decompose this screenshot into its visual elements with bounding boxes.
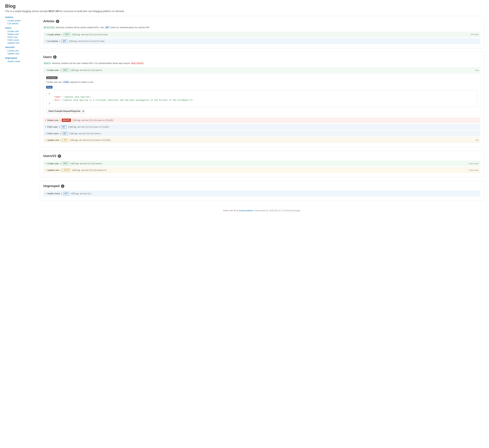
method-create-user-v2: POST — [62, 162, 69, 165]
sidebar-item-health-check[interactable]: Health check — [5, 60, 36, 63]
url-fetch-user: {{blog-server}}/v1/users/{{id}} — [68, 126, 479, 128]
section-users-v2-header: Users/V2 2 — [43, 154, 480, 158]
endpoint-health-check[interactable]: + Health check | GET {{blog-server}}/ — [43, 191, 480, 197]
url-update-user-v2: {{blog-server}}/v2/users/1 — [72, 169, 468, 171]
section-ungrouped-title: Ungrouped — [43, 184, 60, 188]
users-code: Users — [43, 62, 51, 65]
toggle-create-article: + — [45, 33, 46, 36]
name-delete-user: Delete user — [47, 119, 58, 121]
method-update-user: PUT — [63, 138, 68, 142]
footer-by: by — [236, 209, 239, 212]
name-create-user-v2: Create user — [47, 162, 59, 165]
subtitle-suffix: for consumer to build their own blogging… — [59, 10, 124, 13]
toggle-create-user-v2: + — [45, 162, 46, 165]
description-text: Create user use JSON payload to create a… — [46, 80, 477, 84]
label-create-user-v2: urlencoded — [469, 162, 479, 165]
name-create-user: Create user — [47, 69, 59, 72]
endpoint-fetch-users[interactable]: + Fetch users | GET {{blog-server}}/v1/u… — [43, 130, 480, 136]
name-update-user-v2: Update user — [47, 169, 59, 171]
endpoint-update-user[interactable]: + Update user | PUT {{blog-server}}/v1/u… — [43, 137, 480, 143]
footer-author[interactable]: thedevsaddam — [239, 209, 253, 212]
footer-tool: docgen — [293, 209, 301, 212]
toggle-create-user: – — [45, 69, 46, 72]
method-delete-user: DELETE — [62, 119, 71, 122]
method-list-articles: GET — [61, 40, 67, 43]
toggle-fetch-user: + — [45, 126, 46, 128]
body-code-block: { "name": "Captain Jack Sparrow", "bio":… — [46, 90, 477, 107]
method-update-user-v2: PATCH — [63, 168, 70, 172]
label-update-user: raw — [475, 139, 479, 141]
url-create-article: {{blog-server}}/v1/articles — [72, 33, 471, 36]
main-layout: Articles Create article List articles Us… — [5, 16, 484, 214]
url-create-user-v2: {{blog-server}}/v2/users — [70, 162, 469, 165]
main-content: Articles 2 Articles directory contains a… — [40, 16, 484, 214]
sidebar-item-list-articles[interactable]: List articles — [5, 22, 36, 25]
section-users-header: Users 5 — [43, 55, 480, 59]
footer-separator: | Generated at: 2020-05-14 17:00:54 by — [254, 209, 293, 212]
section-users-v2-badge: 2 — [58, 154, 61, 158]
section-users-desc: Users directory contains all the user re… — [43, 62, 480, 65]
method-fetch-users: GET — [62, 132, 68, 135]
url-update-user: {{blog-server}}/v1/users/{{id}} — [70, 139, 475, 141]
endpoint-update-user-v2[interactable]: + Update user | PATCH {{blog-server}}/v2… — [43, 167, 480, 173]
url-health-check: {{blog-server}}/ — [70, 192, 479, 195]
name-fetch-user: Fetch user — [47, 126, 57, 128]
label-update-user-v2: urlencoded — [469, 169, 479, 171]
name-list-articles: List articles — [47, 40, 58, 42]
endpoint-create-user-v2[interactable]: + Create user | POST {{blog-server}}/v2/… — [43, 160, 480, 167]
subtitle-bold: REST API — [49, 10, 59, 13]
section-users-v2-title: Users/V2 — [43, 154, 56, 158]
section-users-title: Users — [43, 55, 52, 59]
endpoint-list-articles[interactable]: + List articles | GET {{blog-server}}/v1… — [43, 38, 480, 44]
section-ungrouped-header: Ungrouped 1 — [43, 184, 480, 188]
sidebar-group-users-v2: Users/V2 — [5, 46, 36, 48]
sidebar-group-users: Users — [5, 27, 36, 29]
name-health-check: Health check — [47, 192, 60, 195]
sidebar-item-update-user-v2[interactable]: Update user — [5, 52, 36, 55]
toggle-fetch-users: + — [45, 132, 46, 135]
toggle-list-articles: + — [45, 40, 46, 42]
url-fetch-users: {{blog-server}}/v1/users — [69, 132, 479, 135]
sidebar-item-update-user[interactable]: Update user — [5, 41, 36, 44]
method-health-check: GET — [63, 192, 69, 195]
url-create-user: {{blog-server}}/v1/users — [70, 69, 475, 72]
toggle-update-user: + — [45, 139, 46, 141]
name-fetch-users: Fetch users — [47, 132, 59, 135]
expanded-create-user: Description Create user use JSON payload… — [43, 74, 480, 116]
method-create-user: POST — [62, 69, 69, 72]
sidebar-item-create-user-v2[interactable]: Create user — [5, 49, 36, 52]
section-articles-badge: 2 — [56, 20, 59, 23]
sidebar-item-delete-user[interactable]: Delete user — [5, 33, 36, 36]
endpoint-create-article[interactable]: + Create article | POST {{blog-server}}/… — [43, 32, 480, 38]
page-subtitle: This is a simple blogging service provid… — [5, 10, 484, 13]
section-ungrouped: Ungrouped 1 + Health check | GET {{blog-… — [40, 181, 484, 201]
section-ungrouped-badge: 1 — [61, 184, 64, 188]
endpoint-create-user[interactable]: – Create user | POST {{blog-server}}/v1/… — [43, 67, 480, 73]
toggle-update-user-v2: + — [45, 169, 46, 171]
section-users-v2: Users/V2 2 + Create user | POST {{blog-s… — [40, 151, 484, 177]
json-code: JSON — [63, 80, 69, 83]
footer-heart: ♥ — [234, 209, 235, 212]
section-articles: Articles 2 Articles directory contains a… — [40, 16, 484, 48]
footer-text: Made with — [223, 209, 234, 212]
basicauth-code: BasicAuth — [131, 62, 144, 65]
sidebar-item-fetch-user[interactable]: Fetch user — [5, 36, 36, 39]
description-badge: Description — [46, 76, 57, 79]
sidebar-item-fetch-users[interactable]: Fetch users — [5, 39, 36, 41]
sidebar-item-create-article[interactable]: Create article — [5, 19, 36, 22]
section-users: Users 5 Users directory contains all the… — [40, 52, 484, 147]
section-users-badge: 5 — [53, 55, 57, 59]
example-select[interactable]: Select Example Request/Response — [46, 109, 85, 113]
endpoint-delete-user[interactable]: + Delete user | DELETE {{blog-server}}/v… — [43, 117, 480, 123]
footer: Made with ♥ by thedevsaddam | Generated … — [40, 204, 484, 214]
toggle-delete-user: + — [45, 119, 46, 121]
name-update-user: Update user — [47, 139, 59, 141]
url-list-articles: {{blog-server}}/v1/articles — [69, 40, 479, 42]
url-delete-user: {{blog-server}}/v1/users/{{id}} — [72, 119, 479, 121]
section-articles-header: Articles 2 — [43, 19, 480, 23]
section-articles-desc: Articles directory contains all the arti… — [43, 26, 480, 29]
sidebar-group-articles: Articles — [5, 16, 36, 18]
sidebar-group-ungrouped: Ungrouped — [5, 57, 36, 59]
endpoint-fetch-user[interactable]: + Fetch user | GET {{blog-server}}/v1/us… — [43, 124, 480, 130]
sidebar-item-create-user[interactable]: Create user — [5, 30, 36, 33]
